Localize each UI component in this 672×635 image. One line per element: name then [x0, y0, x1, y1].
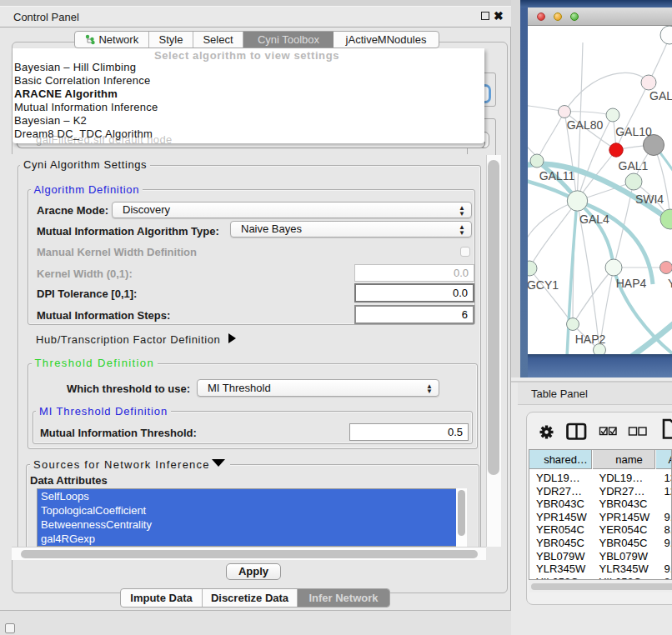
svg-text:GCY1: GCY1	[528, 278, 559, 292]
svg-text:GAL7: GAL7	[649, 89, 672, 102]
svg-text:SWI4: SWI4	[635, 192, 664, 206]
svg-text:Y: Y	[668, 277, 672, 290]
svg-text:GAL11: GAL11	[539, 169, 575, 182]
svg-text:HAP2: HAP2	[575, 332, 606, 346]
svg-text:HAP4: HAP4	[616, 277, 647, 290]
svg-text:GAL1: GAL1	[619, 159, 649, 172]
svg-text:GAL4: GAL4	[579, 212, 609, 226]
svg-text:GAL10: GAL10	[615, 125, 652, 138]
svg-text:GAL80: GAL80	[567, 118, 604, 132]
